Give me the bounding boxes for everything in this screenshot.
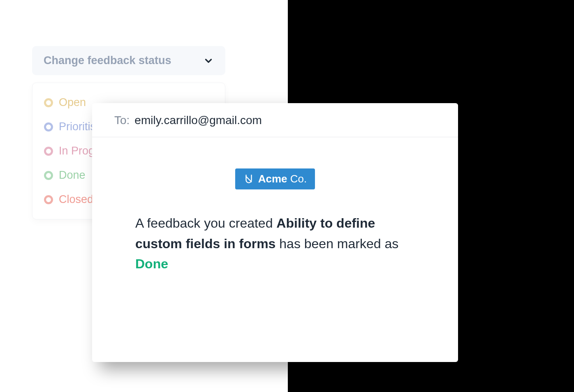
status-option-label: Closed [59, 193, 93, 206]
status-ring-icon [44, 171, 53, 180]
status-ring-icon [44, 147, 53, 156]
status-ring-icon [44, 98, 53, 107]
email-to-label: To: [114, 114, 130, 127]
status-option-label: Done [59, 169, 86, 182]
dropdown-trigger[interactable]: Change feedback status [32, 46, 225, 75]
email-notification-card: To: emily.carrillo@gmail.com Acme Co. A … [92, 103, 458, 362]
status-ring-icon [44, 122, 53, 131]
company-logo-badge: Acme Co. [235, 168, 315, 189]
email-body: Acme Co. A feedback you created Ability … [92, 137, 458, 274]
status-option-label: Open [59, 96, 86, 109]
dropdown-label: Change feedback status [44, 54, 171, 67]
status-ring-icon [44, 195, 53, 204]
email-message: A feedback you created Ability to define… [135, 213, 415, 274]
email-to-address: emily.carrillo@gmail.com [134, 114, 262, 127]
logo-text: Acme Co. [258, 173, 307, 185]
message-status: Done [135, 256, 168, 271]
logo-icon [243, 174, 254, 184]
message-prefix: A feedback you created [135, 216, 276, 231]
chevron-down-icon [203, 55, 214, 66]
message-middle: has been marked as [275, 236, 398, 251]
email-header: To: emily.carrillo@gmail.com [92, 103, 458, 137]
